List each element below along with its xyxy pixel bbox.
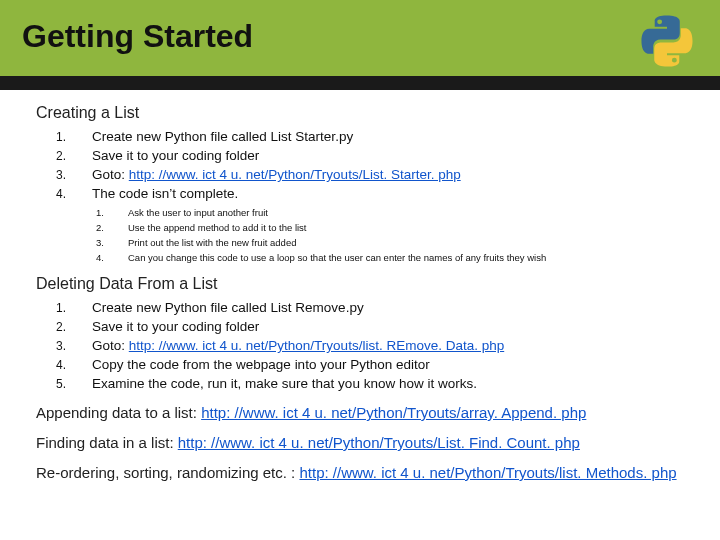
list-item: Use the append method to add it to the l… <box>96 220 694 235</box>
list-item: Print out the list with the new fruit ad… <box>96 235 694 250</box>
list-item: Can you change this code to use a loop s… <box>96 250 694 265</box>
list-item: Save it to your coding folder <box>56 147 694 165</box>
list-item: The code isn’t complete. <box>56 185 694 203</box>
list-text: The code isn’t complete. <box>92 185 238 203</box>
page-title: Getting Started <box>22 18 720 55</box>
list-item: Create new Python file called List Start… <box>56 128 694 146</box>
list-text: Create new Python file called List Remov… <box>92 299 364 317</box>
para-append: Appending data to a list: http: //www. i… <box>36 403 694 423</box>
section-heading-create: Creating a List <box>36 104 694 122</box>
list-item: Examine the code, run it, make sure that… <box>56 375 694 393</box>
list-item: Goto: http: //www. ict 4 u. net/Python/T… <box>56 337 694 355</box>
link-array-append[interactable]: http: //www. ict 4 u. net/Python/Tryouts… <box>201 404 586 421</box>
list-text: Copy the code from the webpage into your… <box>92 356 430 374</box>
create-sub-list: Ask the user to input another fruit Use … <box>46 205 694 265</box>
link-list-starter[interactable]: http: //www. ict 4 u. net/Python/Tryouts… <box>129 167 461 182</box>
list-item: Goto: http: //www. ict 4 u. net/Python/T… <box>56 166 694 184</box>
list-item: Ask the user to input another fruit <box>96 205 694 220</box>
list-text: Ask the user to input another fruit <box>128 205 268 220</box>
list-text: Save it to your coding folder <box>92 147 259 165</box>
list-text: Print out the list with the new fruit ad… <box>128 235 296 250</box>
content: Creating a List Create new Python file c… <box>0 90 720 483</box>
list-item: Save it to your coding folder <box>56 318 694 336</box>
python-logo-icon <box>640 14 694 68</box>
header-band: Getting Started <box>0 0 720 90</box>
link-list-find[interactable]: http: //www. ict 4 u. net/Python/Tryouts… <box>178 434 580 451</box>
section-heading-delete: Deleting Data From a List <box>36 275 694 293</box>
list-text: Goto: <box>92 167 129 182</box>
link-list-remove[interactable]: http: //www. ict 4 u. net/Python/Tryouts… <box>129 338 504 353</box>
list-text: Use the append method to add it to the l… <box>128 220 307 235</box>
list-text: Save it to your coding folder <box>92 318 259 336</box>
para-prefix: Re-ordering, sorting, randomizing etc. : <box>36 464 299 481</box>
link-list-methods[interactable]: http: //www. ict 4 u. net/Python/Tryouts… <box>299 464 676 481</box>
para-prefix: Finding data in a list: <box>36 434 178 451</box>
list-text: Can you change this code to use a loop s… <box>128 250 546 265</box>
para-prefix: Appending data to a list: <box>36 404 201 421</box>
create-list: Create new Python file called List Start… <box>46 128 694 203</box>
list-item: Copy the code from the webpage into your… <box>56 356 694 374</box>
para-reorder: Re-ordering, sorting, randomizing etc. :… <box>36 463 694 483</box>
para-find: Finding data in a list: http: //www. ict… <box>36 433 694 453</box>
list-text: Examine the code, run it, make sure that… <box>92 375 477 393</box>
delete-list: Create new Python file called List Remov… <box>46 299 694 393</box>
list-text: Create new Python file called List Start… <box>92 128 353 146</box>
list-item: Create new Python file called List Remov… <box>56 299 694 317</box>
list-text: Goto: <box>92 338 129 353</box>
